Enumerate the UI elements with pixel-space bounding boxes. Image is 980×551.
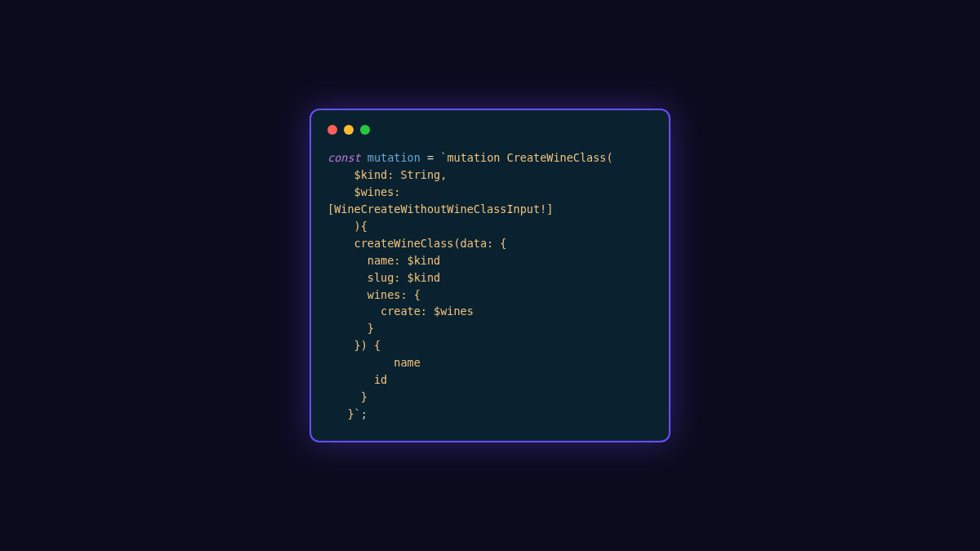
code-window: const mutation = `mutation CreateWineCla… <box>310 109 670 442</box>
code-line-1: mutation CreateWineClass( <box>447 151 612 164</box>
code-block: const mutation = `mutation CreateWineCla… <box>327 149 653 423</box>
minimize-icon[interactable] <box>344 125 354 135</box>
token-operator: = <box>427 151 434 164</box>
code-line-8: slug: $kind <box>327 271 440 284</box>
code-line-4: [WineCreateWithoutWineClassInput!] <box>327 202 553 216</box>
token-keyword: const <box>327 151 361 164</box>
code-line-5: ){ <box>327 220 368 233</box>
code-line-11: } <box>327 322 374 335</box>
code-line-16: } <box>327 407 354 420</box>
token-identifier: mutation <box>368 151 421 164</box>
window-glow: const mutation = `mutation CreateWineCla… <box>310 109 670 442</box>
code-line-15: } <box>327 390 368 403</box>
token-terminator: ; <box>361 407 368 420</box>
code-line-7: name: $kind <box>327 254 440 267</box>
code-line-13: name <box>327 356 421 369</box>
close-icon[interactable] <box>327 125 337 135</box>
code-line-10: create: $wines <box>327 304 474 318</box>
code-line-3: $wines: <box>327 185 400 198</box>
maximize-icon[interactable] <box>360 125 370 135</box>
code-line-2: $kind: String, <box>327 168 447 181</box>
code-line-12: }) { <box>327 339 381 352</box>
token-backtick-close: ` <box>354 407 361 420</box>
code-line-14: id <box>327 373 387 386</box>
window-traffic-lights <box>327 125 653 135</box>
code-line-9: wines: { <box>327 288 421 301</box>
code-line-6: createWineClass(data: { <box>327 237 506 250</box>
